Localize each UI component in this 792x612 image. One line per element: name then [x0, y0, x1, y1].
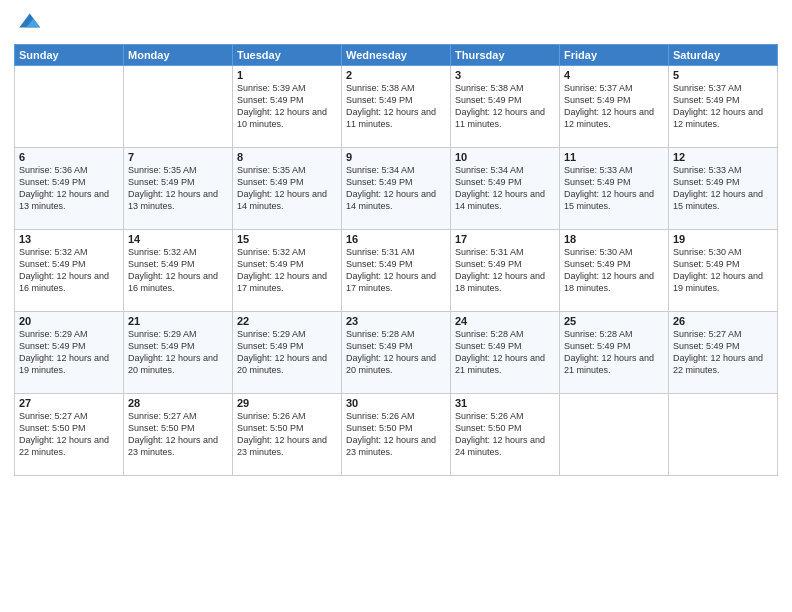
- day-info: Sunrise: 5:30 AM Sunset: 5:49 PM Dayligh…: [673, 246, 773, 295]
- calendar-day-cell: [560, 394, 669, 476]
- daylight-text: Daylight: 12 hours and 11 minutes.: [346, 107, 436, 129]
- day-info: Sunrise: 5:28 AM Sunset: 5:49 PM Dayligh…: [455, 328, 555, 377]
- sunset-text: Sunset: 5:49 PM: [346, 259, 413, 269]
- calendar-day-cell: 26 Sunrise: 5:27 AM Sunset: 5:49 PM Dayl…: [669, 312, 778, 394]
- calendar-day-cell: 9 Sunrise: 5:34 AM Sunset: 5:49 PM Dayli…: [342, 148, 451, 230]
- day-number: 21: [128, 315, 228, 327]
- daylight-text: Daylight: 12 hours and 14 minutes.: [455, 189, 545, 211]
- day-number: 30: [346, 397, 446, 409]
- sunset-text: Sunset: 5:49 PM: [19, 259, 86, 269]
- day-number: 28: [128, 397, 228, 409]
- day-info: Sunrise: 5:37 AM Sunset: 5:49 PM Dayligh…: [564, 82, 664, 131]
- calendar-week-row: 13 Sunrise: 5:32 AM Sunset: 5:49 PM Dayl…: [15, 230, 778, 312]
- day-info: Sunrise: 5:38 AM Sunset: 5:49 PM Dayligh…: [346, 82, 446, 131]
- sunrise-text: Sunrise: 5:37 AM: [564, 83, 633, 93]
- day-info: Sunrise: 5:27 AM Sunset: 5:49 PM Dayligh…: [673, 328, 773, 377]
- calendar-day-cell: 16 Sunrise: 5:31 AM Sunset: 5:49 PM Dayl…: [342, 230, 451, 312]
- day-info: Sunrise: 5:29 AM Sunset: 5:49 PM Dayligh…: [19, 328, 119, 377]
- logo-icon: [14, 10, 42, 38]
- daylight-text: Daylight: 12 hours and 17 minutes.: [237, 271, 327, 293]
- day-info: Sunrise: 5:31 AM Sunset: 5:49 PM Dayligh…: [346, 246, 446, 295]
- sunset-text: Sunset: 5:49 PM: [673, 341, 740, 351]
- daylight-text: Daylight: 12 hours and 17 minutes.: [346, 271, 436, 293]
- sunrise-text: Sunrise: 5:26 AM: [455, 411, 524, 421]
- calendar-day-cell: 22 Sunrise: 5:29 AM Sunset: 5:49 PM Dayl…: [233, 312, 342, 394]
- sunset-text: Sunset: 5:49 PM: [19, 341, 86, 351]
- day-number: 29: [237, 397, 337, 409]
- day-number: 9: [346, 151, 446, 163]
- day-number: 16: [346, 233, 446, 245]
- calendar-day-cell: 15 Sunrise: 5:32 AM Sunset: 5:49 PM Dayl…: [233, 230, 342, 312]
- calendar-container: SundayMondayTuesdayWednesdayThursdayFrid…: [0, 0, 792, 612]
- calendar-day-cell: 19 Sunrise: 5:30 AM Sunset: 5:49 PM Dayl…: [669, 230, 778, 312]
- day-info: Sunrise: 5:29 AM Sunset: 5:49 PM Dayligh…: [128, 328, 228, 377]
- daylight-text: Daylight: 12 hours and 10 minutes.: [237, 107, 327, 129]
- logo: [14, 10, 46, 38]
- calendar-day-cell: 3 Sunrise: 5:38 AM Sunset: 5:49 PM Dayli…: [451, 66, 560, 148]
- sunset-text: Sunset: 5:50 PM: [237, 423, 304, 433]
- day-number: 22: [237, 315, 337, 327]
- calendar-day-cell: 31 Sunrise: 5:26 AM Sunset: 5:50 PM Dayl…: [451, 394, 560, 476]
- calendar-week-row: 6 Sunrise: 5:36 AM Sunset: 5:49 PM Dayli…: [15, 148, 778, 230]
- calendar-day-cell: [124, 66, 233, 148]
- day-number: 7: [128, 151, 228, 163]
- day-number: 26: [673, 315, 773, 327]
- calendar-day-cell: 2 Sunrise: 5:38 AM Sunset: 5:49 PM Dayli…: [342, 66, 451, 148]
- sunrise-text: Sunrise: 5:33 AM: [673, 165, 742, 175]
- daylight-text: Daylight: 12 hours and 19 minutes.: [673, 271, 763, 293]
- sunrise-text: Sunrise: 5:34 AM: [346, 165, 415, 175]
- sunset-text: Sunset: 5:50 PM: [346, 423, 413, 433]
- day-info: Sunrise: 5:26 AM Sunset: 5:50 PM Dayligh…: [455, 410, 555, 459]
- day-number: 13: [19, 233, 119, 245]
- calendar-day-cell: 17 Sunrise: 5:31 AM Sunset: 5:49 PM Dayl…: [451, 230, 560, 312]
- day-info: Sunrise: 5:33 AM Sunset: 5:49 PM Dayligh…: [673, 164, 773, 213]
- day-number: 24: [455, 315, 555, 327]
- day-number: 19: [673, 233, 773, 245]
- day-info: Sunrise: 5:36 AM Sunset: 5:49 PM Dayligh…: [19, 164, 119, 213]
- daylight-text: Daylight: 12 hours and 13 minutes.: [128, 189, 218, 211]
- daylight-text: Daylight: 12 hours and 19 minutes.: [19, 353, 109, 375]
- calendar-day-cell: 13 Sunrise: 5:32 AM Sunset: 5:49 PM Dayl…: [15, 230, 124, 312]
- daylight-text: Daylight: 12 hours and 22 minutes.: [673, 353, 763, 375]
- calendar-day-cell: 25 Sunrise: 5:28 AM Sunset: 5:49 PM Dayl…: [560, 312, 669, 394]
- day-number: 2: [346, 69, 446, 81]
- day-info: Sunrise: 5:33 AM Sunset: 5:49 PM Dayligh…: [564, 164, 664, 213]
- day-info: Sunrise: 5:37 AM Sunset: 5:49 PM Dayligh…: [673, 82, 773, 131]
- sunset-text: Sunset: 5:50 PM: [19, 423, 86, 433]
- daylight-text: Daylight: 12 hours and 18 minutes.: [564, 271, 654, 293]
- day-info: Sunrise: 5:31 AM Sunset: 5:49 PM Dayligh…: [455, 246, 555, 295]
- sunset-text: Sunset: 5:49 PM: [564, 259, 631, 269]
- calendar-day-cell: 5 Sunrise: 5:37 AM Sunset: 5:49 PM Dayli…: [669, 66, 778, 148]
- day-info: Sunrise: 5:28 AM Sunset: 5:49 PM Dayligh…: [564, 328, 664, 377]
- calendar-week-row: 1 Sunrise: 5:39 AM Sunset: 5:49 PM Dayli…: [15, 66, 778, 148]
- day-info: Sunrise: 5:32 AM Sunset: 5:49 PM Dayligh…: [128, 246, 228, 295]
- calendar-week-row: 20 Sunrise: 5:29 AM Sunset: 5:49 PM Dayl…: [15, 312, 778, 394]
- calendar-day-cell: 21 Sunrise: 5:29 AM Sunset: 5:49 PM Dayl…: [124, 312, 233, 394]
- calendar-day-cell: [15, 66, 124, 148]
- day-info: Sunrise: 5:26 AM Sunset: 5:50 PM Dayligh…: [346, 410, 446, 459]
- daylight-text: Daylight: 12 hours and 21 minutes.: [564, 353, 654, 375]
- calendar-header-row: SundayMondayTuesdayWednesdayThursdayFrid…: [15, 45, 778, 66]
- sunset-text: Sunset: 5:49 PM: [237, 177, 304, 187]
- sunrise-text: Sunrise: 5:28 AM: [455, 329, 524, 339]
- day-info: Sunrise: 5:35 AM Sunset: 5:49 PM Dayligh…: [128, 164, 228, 213]
- day-info: Sunrise: 5:34 AM Sunset: 5:49 PM Dayligh…: [346, 164, 446, 213]
- day-info: Sunrise: 5:35 AM Sunset: 5:49 PM Dayligh…: [237, 164, 337, 213]
- calendar-table: SundayMondayTuesdayWednesdayThursdayFrid…: [14, 44, 778, 476]
- day-info: Sunrise: 5:27 AM Sunset: 5:50 PM Dayligh…: [128, 410, 228, 459]
- daylight-text: Daylight: 12 hours and 20 minutes.: [128, 353, 218, 375]
- calendar-day-cell: 6 Sunrise: 5:36 AM Sunset: 5:49 PM Dayli…: [15, 148, 124, 230]
- day-of-week-header: Saturday: [669, 45, 778, 66]
- sunset-text: Sunset: 5:49 PM: [237, 341, 304, 351]
- day-number: 27: [19, 397, 119, 409]
- day-of-week-header: Wednesday: [342, 45, 451, 66]
- daylight-text: Daylight: 12 hours and 23 minutes.: [128, 435, 218, 457]
- sunrise-text: Sunrise: 5:37 AM: [673, 83, 742, 93]
- sunrise-text: Sunrise: 5:27 AM: [19, 411, 88, 421]
- sunrise-text: Sunrise: 5:38 AM: [455, 83, 524, 93]
- daylight-text: Daylight: 12 hours and 16 minutes.: [19, 271, 109, 293]
- day-number: 4: [564, 69, 664, 81]
- sunrise-text: Sunrise: 5:35 AM: [128, 165, 197, 175]
- calendar-day-cell: 1 Sunrise: 5:39 AM Sunset: 5:49 PM Dayli…: [233, 66, 342, 148]
- day-number: 10: [455, 151, 555, 163]
